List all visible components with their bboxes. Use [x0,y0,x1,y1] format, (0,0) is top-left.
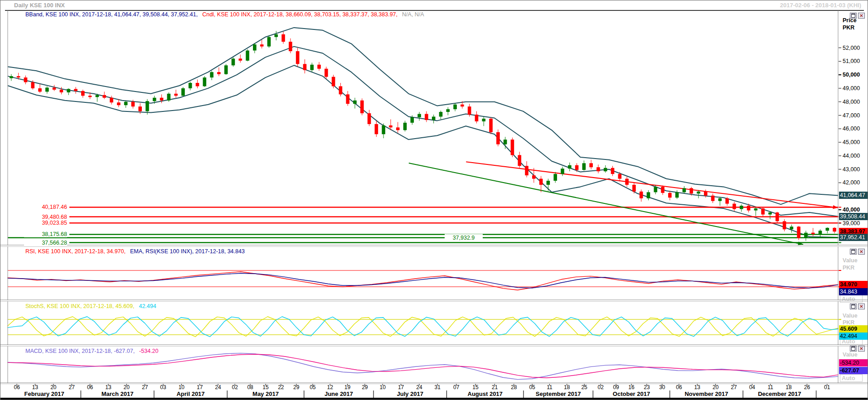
rsi-legend-part: RSI, KSE 100 INX, 2017-12-18, 34.970, [25,248,126,255]
time-axis-month-label: April 2017 [176,390,204,397]
time-axis-day-tick: 15 [472,384,479,390]
time-axis-day-tick: 05 [529,384,535,390]
time-axis-day-tick: 02 [232,384,238,390]
time-axis-day-tick: 28 [511,384,517,390]
price-axis-tick: 48,000 [843,99,860,105]
price-axis-tick: 47,000 [843,112,860,119]
time-axis-day-tick: 13 [32,384,39,390]
price-level-label: 40,187.46 [24,204,67,210]
stoch-value-badge: 45.609 [839,325,868,333]
date-range-label: 2017-02-06 - 2018-01-03 (KHI) [780,2,861,9]
time-axis-day-tick: 06 [676,384,682,390]
time-axis-month-label: March 2017 [102,390,134,397]
price-level-label: 39,480.68 [24,214,67,220]
price-legend-part: BBand, KSE 100 INX, 2017-12-18, 41,064.4… [25,11,198,18]
macd-legend-part: MACD, KSE 100 INX, 2017-12-18, -627.07, [25,348,135,354]
price-axis-tick: 40,000 [843,207,860,213]
price-legend[interactable]: BBand, KSE 100 INX, 2017-12-18, 41,064.4… [25,11,429,18]
macd-value-badge: -627.07 [839,367,868,374]
time-axis-day-tick: 03 [160,384,166,390]
price-inline-level-label: 37,932.9 [453,235,475,241]
time-axis-day-tick: 30 [659,384,665,390]
time-axis-day-tick: 13 [105,384,112,390]
time-axis-day-tick: 10 [179,384,185,390]
time-axis-day-tick: 26 [804,384,810,390]
time-axis-day-tick: 19 [344,384,351,390]
price-level-label: 38,175.68 [24,231,67,237]
time-axis-day-tick: 02 [598,384,604,390]
chart-application-window: Daily KSE 100 INX 2017-02-06 - 2018-01-0… [0,0,868,400]
time-axis-day-tick: 24 [215,384,221,390]
time-axis-day-tick: 17 [197,384,203,390]
time-axis-day-tick: 15 [262,384,269,390]
time-axis-day-tick: 27 [731,384,737,390]
time-axis-day-tick: 23 [644,384,650,390]
time-axis-day-tick: 08 [247,384,253,390]
price-value-badge: 41,064.47 [839,192,868,199]
time-axis-day-tick: 27 [69,384,75,390]
time-axis-day-tick: 11 [767,384,773,390]
time-axis-day-tick: 29 [293,384,300,390]
time-axis-day-tick: 12 [327,384,334,390]
window-title: Daily KSE 100 INX [14,2,65,9]
time-axis-month-label: June 2017 [325,390,353,397]
time-axis-month-label: August 2017 [468,390,503,397]
time-axis-day-tick: 06 [14,384,20,390]
price-axis-tick: 39,000 [843,220,860,227]
time-axis-day-tick: 22 [278,384,284,390]
time-axis-day-tick: 16 [628,384,635,390]
time-axis-month-label: September 2017 [536,390,581,397]
price-value-badge: 37,952.41 [839,234,868,241]
price-level-label: 37,566.28 [24,240,67,246]
time-axis-day-tick: 01 [824,384,830,390]
macd-legend[interactable]: MACD, KSE 100 INX, 2017-12-18, -627.07,-… [25,348,163,354]
time-axis-month-label: July 2017 [397,390,423,397]
time-axis-month-label: December 2017 [758,390,801,397]
price-level-label: 39,023.85 [24,220,67,226]
time-axis-day-tick: 20 [50,384,57,390]
time-axis-day-tick: 04 [749,384,756,390]
price-axis-tick: 44,000 [843,153,860,159]
time-axis-day-tick: 27 [142,384,148,390]
price-axis-tick: 43,000 [843,166,860,173]
time-axis-day-tick: 13 [694,384,701,390]
price-value-badge: 39,508.44 [839,213,868,220]
time-axis-day-tick: 05 [310,384,316,390]
price-axis-tick: 42,000 [843,179,860,186]
time-axis-day-tick: 25 [581,384,587,390]
time-axis-day-tick: 11 [547,384,553,390]
rsi-value-badge: 34.843 [839,288,868,295]
stoch-value-badge: 42.494 [839,333,868,340]
price-axis-tick: 51,000 [843,58,860,64]
stoch-legend[interactable]: StochS, KSE 100 INX, 2017-12-18, 45.609,… [25,303,161,309]
rsi-legend-part: EMA, RSI(KSE 100 INX), 2017-12-18, 34.84… [130,248,245,255]
rsi-legend[interactable]: RSI, KSE 100 INX, 2017-12-18, 34.970,EMA… [25,248,249,255]
time-axis-day-tick: 18 [786,384,792,390]
price-axis-tick: 49,000 [843,85,860,92]
price-axis-tick: 46,000 [843,125,860,132]
time-axis-day-tick: 18 [564,384,570,390]
macd-value-badge: -534.20 [839,359,868,366]
time-axis-chart-svg[interactable]: 06132027February 201706132027March 20170… [0,384,868,400]
price-axis-tick: 50,000 [843,72,860,78]
time-axis-day-tick: 06 [87,384,93,390]
time-axis-day-tick: 09 [613,384,619,390]
price-axis-tick: 45,000 [843,139,860,145]
time-axis-day-tick: 21 [492,384,498,390]
time-axis-day-tick: 29 [362,384,368,390]
time-axis-day-tick: 24 [416,384,422,390]
stoch-legend-part: 42.494 [139,303,156,309]
time-axis-day-tick: 17 [398,384,404,390]
time-axis-day-tick: 20 [713,384,719,390]
price-chart-svg[interactable]: 37,932.9 [0,10,868,246]
time-axis-day-tick: 10 [380,384,386,390]
time-axis-day-tick: 07 [453,384,460,390]
time-axis-month-label: May 2017 [252,390,279,397]
time-axis-day-tick: 20 [124,384,130,390]
price-legend-part: N/A, N/A [402,11,424,18]
time-axis-month-label: October 2017 [613,390,650,397]
time-axis-day-tick: 31 [435,384,441,390]
time-axis-month-label: November 2017 [684,390,728,397]
stoch-legend-part: StochS, KSE 100 INX, 2017-12-18, 45.609, [25,303,134,309]
macd-legend-part: -534.20 [139,348,158,354]
